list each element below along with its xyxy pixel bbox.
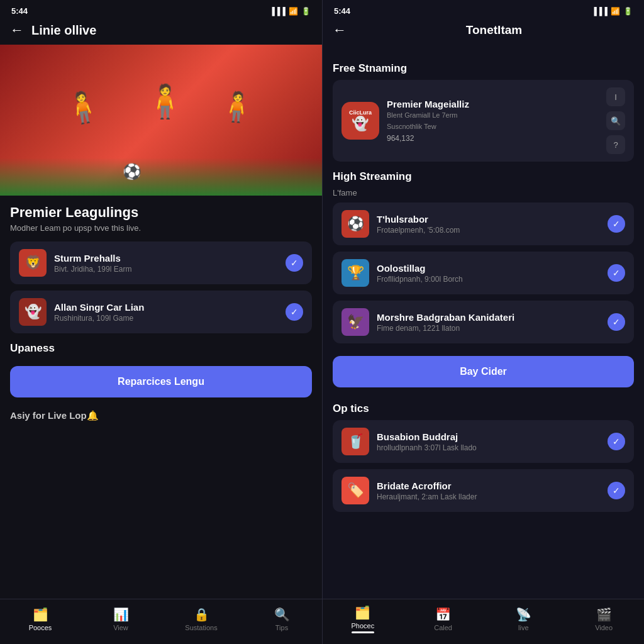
right-stream-title-1: Oolostillag <box>377 263 600 274</box>
right-side-icon-1[interactable]: 🔍 <box>606 111 625 130</box>
left-ask-label: Asiy for Live Lop🔔 <box>10 410 312 421</box>
right-op-sub-1: Herauljmant, 2:am Lask llader <box>377 492 600 501</box>
right-stream-sub-1: Frofllidpnanh, 9:00l Borch <box>377 275 600 284</box>
right-stream-card-2[interactable]: 🦅 Morshre Badgraban Kanidateri Fime dena… <box>333 301 634 343</box>
right-status-bar: 5:44 ▐▐▐ 📶 🔋 <box>323 0 644 18</box>
left-section-subtitle: Modher Leam po upsp tvve this live. <box>10 223 312 233</box>
hero-image: 🧍 🧍 🧍 ⚽ <box>0 45 322 196</box>
left-section-title: Premier Leagulings <box>10 204 312 221</box>
right-app-title: Premier Mageialliz <box>387 99 599 109</box>
left-tab-icon-2: 🔒 <box>194 607 209 622</box>
left-tab-label-3: Tips <box>275 624 288 631</box>
left-tab-3[interactable]: 🔍 Tips <box>242 607 322 631</box>
right-stream-logo-0: ⚽ <box>341 210 369 238</box>
left-team-info-0: Sturm Prehalls Bivt. Jridiha, 199l Earm <box>54 253 278 274</box>
right-app-sub2: Suscnothlik Tew <box>387 122 599 131</box>
right-scroll-content: Free Stnaming CiicLura 👻 Premier Mageial… <box>323 45 644 644</box>
right-nav-title: TonetItam <box>354 23 634 37</box>
right-op-logo-1: 🏷️ <box>341 477 369 504</box>
right-side-icons: I 🔍 ? <box>606 87 625 154</box>
right-op-info-1: Bridate Acroffior Herauljmant, 2:am Lask… <box>377 480 600 501</box>
right-stream-check-2[interactable]: ✓ <box>608 313 625 331</box>
left-big-button[interactable]: Reparcices Lengu <box>10 366 312 397</box>
hero-players: 🧍 🧍 🧍 ⚽ <box>0 45 322 196</box>
battery-icon: 🔋 <box>301 7 311 16</box>
left-team-card-0[interactable]: 🦁 Sturm Prehalls Bivt. Jridiha, 199l Ear… <box>10 242 312 284</box>
right-op-title-0: Busabion Buddraj <box>377 431 600 442</box>
right-stream-info-1: Oolostillag Frofllidpnanh, 9:00l Borch <box>377 263 600 284</box>
right-side-icon-2[interactable]: ? <box>606 135 625 154</box>
left-tab-label-2: Sustations <box>185 624 217 631</box>
right-tab-label-3: Video <box>595 624 613 631</box>
right-free-streaming-label: Free Stnaming <box>333 62 634 75</box>
right-op-card-0[interactable]: 🥤 Busabion Buddraj hrolludlpnanh 3:07l L… <box>333 420 634 463</box>
right-status-icons: ▐▐▐ 📶 🔋 <box>591 7 633 16</box>
left-scroll-content: Premier Leagulings Modher Leam po upsp t… <box>0 196 322 644</box>
player3-figure: 🧍 <box>218 89 256 126</box>
right-stream-logo-2: 🦅 <box>341 308 369 336</box>
right-name-label: L'fame <box>333 188 634 197</box>
right-app-card[interactable]: CiicLura 👻 Premier Mageialliz Blent Gram… <box>333 80 634 162</box>
right-stream-check-0[interactable]: ✓ <box>608 215 625 233</box>
right-back-button[interactable]: ← <box>333 22 347 38</box>
right-status-time: 5:44 <box>334 6 350 16</box>
left-back-button[interactable]: ← <box>10 22 24 38</box>
right-tab-icon-0: 🗂️ <box>355 605 370 620</box>
right-tab-label-0: Phocес <box>352 622 375 630</box>
signal-icon: ▐▐▐ <box>269 7 286 16</box>
right-tab-bar: 🗂️ Phocес 📅 Caled 📡 live 🎬 Video <box>323 599 644 644</box>
right-tab-2[interactable]: 📡 live <box>484 607 564 631</box>
right-tab-icon-2: 📡 <box>516 607 531 622</box>
right-op-check-0[interactable]: ✓ <box>608 433 625 450</box>
right-stream-sub-0: Frotaelpmenh, '5:08.com <box>377 226 600 235</box>
left-tab-icon-0: 🗂️ <box>33 607 48 622</box>
left-team-subtitle-1: Rushinitura, 109l Game <box>54 314 278 323</box>
right-op-check-1[interactable]: ✓ <box>608 482 625 499</box>
right-app-sub1: Blent Gramiall Le 7erm <box>387 111 599 120</box>
left-team-check-0[interactable]: ✓ <box>286 254 303 272</box>
left-panel: 5:44 ▐▐▐ 📶 🔋 ← Linie ollive 🧍 🧍 🧍 ⚽ Prem… <box>0 0 322 644</box>
ball-icon: ⚽ <box>123 163 142 180</box>
left-nav: ← Linie ollive <box>0 18 322 45</box>
right-op-card-1[interactable]: 🏷️ Bridate Acroffior Herauljmant, 2:am L… <box>333 469 634 512</box>
right-side-icon-0[interactable]: I <box>606 87 625 106</box>
left-tab-icon-3: 🔍 <box>274 607 290 622</box>
left-team-check-1[interactable]: ✓ <box>286 303 303 321</box>
right-tab-0[interactable]: 🗂️ Phocес <box>323 605 403 633</box>
right-op-sub-0: hrolludlpnanh 3:07l Lask llado <box>377 443 600 452</box>
left-status-bar: 5:44 ▐▐▐ 📶 🔋 <box>0 0 322 18</box>
right-high-streaming-label: High Streaming <box>333 170 634 183</box>
left-status-time: 5:44 <box>11 6 28 16</box>
right-op-title-1: Bridate Acroffior <box>377 480 600 491</box>
right-stream-title-2: Morshre Badgraban Kanidateri <box>377 312 600 323</box>
right-op-logo-0: 🥤 <box>341 428 369 455</box>
right-wifi-icon: 📶 <box>611 7 620 16</box>
right-tab-indicator <box>352 631 374 633</box>
player2-figure: 🧍 <box>145 82 186 121</box>
right-app-info: Premier Mageialliz Blent Gramiall Le 7er… <box>387 99 599 143</box>
left-status-icons: ▐▐▐ 📶 🔋 <box>269 7 311 16</box>
left-team-card-1[interactable]: 👻 Allan Singr Car Lian Rushinitura, 109l… <box>10 291 312 333</box>
left-tab-0[interactable]: 🗂️ Pooces <box>0 607 80 631</box>
left-tab-1[interactable]: 📊 View <box>80 607 161 631</box>
right-stream-logo-1: 🏆 <box>341 259 369 287</box>
right-stream-card-0[interactable]: ⚽ T'hulsrabor Frotaelpmenh, '5:08.com ✓ <box>333 203 634 245</box>
left-team-title-0: Sturm Prehalls <box>54 253 278 264</box>
left-team-info-1: Allan Singr Car Lian Rushinitura, 109l G… <box>54 302 278 323</box>
right-stream-info-0: T'hulsrabor Frotaelpmenh, '5:08.com <box>377 214 600 235</box>
bay-cider-button[interactable]: Bay Cider <box>333 356 634 387</box>
right-stream-sub-2: Fime denam, 1221 llaton <box>377 324 600 333</box>
left-tab-bar: 🗂️ Pooces 📊 View 🔒 Sustations 🔍 Tips <box>0 599 322 644</box>
right-tab-3[interactable]: 🎬 Video <box>564 607 644 631</box>
left-upaness-label: Upaness <box>10 342 312 355</box>
right-signal-icon: ▐▐▐ <box>591 7 608 16</box>
right-stream-check-1[interactable]: ✓ <box>608 264 625 282</box>
player1-figure: 🧍 <box>62 87 105 128</box>
right-tab-icon-3: 🎬 <box>596 607 612 622</box>
right-app-icon-text: CiicLura 👻 <box>349 110 372 131</box>
right-app-icon: CiicLura 👻 <box>341 102 379 140</box>
left-tab-icon-1: 📊 <box>113 607 129 622</box>
right-tab-1[interactable]: 📅 Caled <box>403 607 484 631</box>
left-tab-2[interactable]: 🔒 Sustations <box>161 607 242 631</box>
right-stream-card-1[interactable]: 🏆 Oolostillag Frofllidpnanh, 9:00l Borch… <box>333 252 634 294</box>
